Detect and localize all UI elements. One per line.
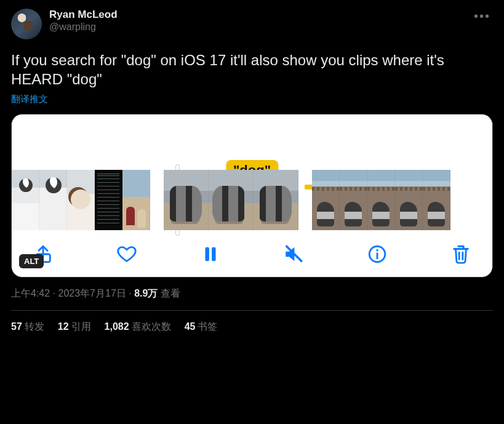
author-names[interactable]: Ryan McLeod @warpling [49,9,471,33]
tweet-meta: 上午4:42 · 2023年7月17日 · 8.9万 查看 [11,287,493,311]
stat-label: 引用 [71,321,91,332]
clip-thumbnail[interactable] [39,170,67,230]
svg-rect-2 [212,247,215,262]
clip-thumbnail[interactable] [12,170,39,230]
stat-count: 12 [58,321,69,332]
heart-icon[interactable] [116,244,137,265]
more-icon[interactable]: ••• [471,9,493,23]
tweet-container: Ryan McLeod @warpling ••• If you search … [0,0,504,334]
clip-thumbnail[interactable] [67,170,95,230]
clip-group-2[interactable] [164,170,298,230]
svg-rect-1 [205,247,209,262]
translate-link[interactable]: 翻译推文 [11,94,48,105]
views-label: 查看 [158,288,180,298]
mute-icon[interactable] [283,244,304,265]
video-timeline[interactable] [12,170,492,230]
stat-likes[interactable]: 1,082喜欢次数 [105,321,171,334]
stat-quotes[interactable]: 12引用 [58,321,91,334]
clip-thumbnail[interactable] [367,170,395,230]
clip-thumbnail[interactable] [340,170,367,230]
clip-thumbnail[interactable] [423,170,450,230]
tweet-text: If you search for "dog" on iOS 17 it'll … [11,50,493,89]
stat-label: 喜欢次数 [132,321,171,332]
clip-group-3[interactable] [312,170,450,230]
media-card[interactable]: "dog" [11,114,493,278]
stat-bookmarks[interactable]: 45书签 [185,321,218,334]
stat-count: 45 [185,321,196,332]
stat-count: 1,082 [105,321,129,332]
meta-sep: · [50,288,58,298]
views-count: 8.9万 [134,288,158,298]
svg-point-6 [376,249,378,251]
handle: @warpling [49,22,471,33]
clip-thumbnail[interactable] [122,170,150,230]
stat-retweets[interactable]: 57转发 [11,321,44,334]
tweet-header: Ryan McLeod @warpling ••• [11,9,493,39]
info-icon[interactable] [367,244,388,265]
clip-thumbnail[interactable] [254,170,298,230]
stat-label: 书签 [198,321,217,332]
meta-date[interactable]: 2023年7月17日 [58,288,126,298]
avatar[interactable] [11,9,42,39]
pause-icon[interactable] [200,244,221,265]
clip-group-1[interactable] [12,170,150,230]
meta-sep: · [126,288,134,298]
meta-time[interactable]: 上午4:42 [11,288,50,298]
clip-thumbnail[interactable] [95,170,122,230]
trash-icon[interactable] [450,244,471,265]
tweet-stats: 57转发 12引用 1,082喜欢次数 45书签 [11,311,493,334]
clip-thumbnail[interactable] [395,170,423,230]
clip-thumbnail[interactable] [209,170,254,230]
display-name: Ryan McLeod [49,9,471,21]
stat-label: 转发 [25,321,44,332]
stat-count: 57 [11,321,22,332]
alt-badge[interactable]: ALT [19,254,44,268]
clip-thumbnail[interactable] [164,170,209,230]
media-toolbar [12,230,492,268]
clip-thumbnail[interactable] [312,170,340,230]
